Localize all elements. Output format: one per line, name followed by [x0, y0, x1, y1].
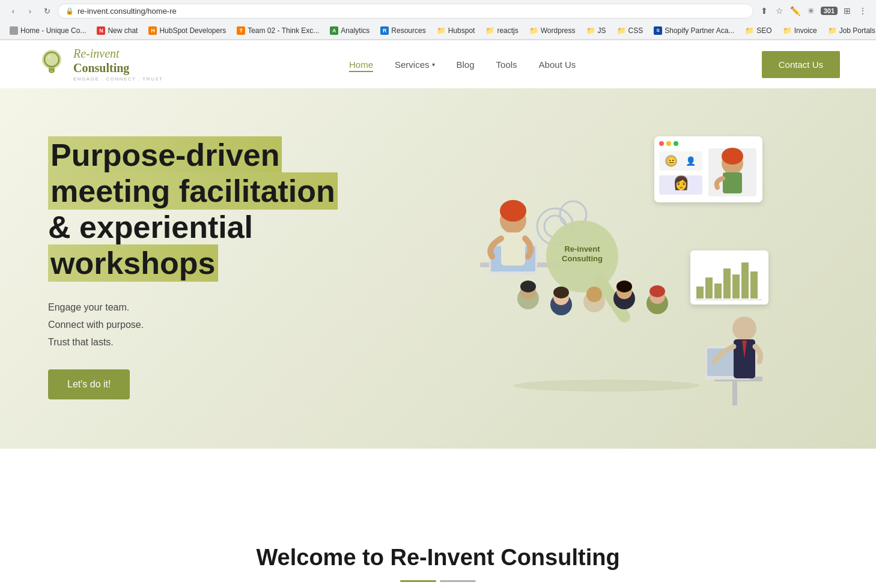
- folder-icon-reactjs: 📁: [485, 26, 494, 35]
- bookmark-label-jobportals: Job Portals: [839, 26, 875, 35]
- browser-chrome: ‹ › ↻ 🔒 re-invent.consulting/home-re ⬆ ☆…: [0, 0, 876, 40]
- hero-section: Purpose-driven meeting facilitation & ex…: [0, 88, 876, 449]
- hero-svg-illustration: Re-invent Consulting: [450, 130, 786, 407]
- bookmark-team02[interactable]: T Team 02 - Think Exc...: [232, 25, 324, 36]
- nav-link-about[interactable]: About Us: [539, 59, 576, 70]
- video-call-card: 😐 👤 👩: [654, 136, 762, 202]
- hero-title-line3: & experiential: [48, 210, 253, 244]
- bookmark-favicon-hubspot: H: [148, 26, 157, 35]
- bookmark-label-hubspot-folder: Hubspot: [448, 26, 475, 35]
- bookmark-label-resources: Resources: [391, 26, 425, 35]
- menu-dots-icon[interactable]: ⋮: [857, 5, 869, 17]
- hero-subtitle: Engage your team. Connect with purpose. …: [48, 299, 409, 351]
- hero-title: Purpose-driven meeting facilitation & ex…: [48, 138, 409, 281]
- bookmark-hubspot[interactable]: H HubSpot Developers: [144, 25, 231, 36]
- svg-point-36: [553, 286, 569, 299]
- folder-icon-hubspot: 📁: [437, 26, 446, 35]
- redirect-badge[interactable]: 301: [821, 7, 838, 15]
- bookmark-label-invoice: Invoice: [794, 26, 817, 35]
- person-laptop-right: [705, 317, 762, 405]
- svg-text:Re-invent: Re-invent: [564, 244, 600, 253]
- url-text: re-invent.consulting/home-re: [78, 7, 177, 16]
- bookmark-css[interactable]: 📁 CSS: [612, 25, 648, 36]
- svg-point-33: [520, 280, 536, 292]
- hero-title-line4: workshops: [48, 244, 218, 282]
- hero-subtitle-line3: Trust that lasts.: [48, 334, 409, 351]
- bookmark-shopify[interactable]: S Shopify Partner Aca...: [649, 25, 739, 36]
- bookmark-wordpress[interactable]: 📁 Wordpress: [525, 25, 580, 36]
- divider-line-2: [440, 580, 476, 582]
- website: Re-invent Consulting ENGAGE . CONNECT . …: [0, 40, 876, 588]
- bookmark-resources[interactable]: R Resources: [376, 25, 430, 36]
- bookmark-favicon-team02: T: [237, 26, 245, 35]
- bookmark-favicon-shopify: S: [654, 26, 662, 35]
- nav-link-home[interactable]: Home: [349, 59, 373, 70]
- svg-rect-13: [501, 232, 525, 265]
- svg-point-46: [513, 380, 699, 392]
- bookmark-favicon-resources: R: [380, 26, 389, 35]
- folder-icon-css: 📁: [617, 26, 626, 35]
- svg-text:😐: 😐: [666, 156, 677, 166]
- hero-content: Purpose-driven meeting facilitation & ex…: [48, 138, 409, 399]
- forward-button[interactable]: ›: [24, 5, 36, 17]
- bookmark-seo[interactable]: 📁 SEO: [740, 25, 776, 36]
- edit-extension-icon[interactable]: ✏️: [789, 5, 801, 17]
- contact-us-button[interactable]: Contact Us: [762, 51, 840, 78]
- folder-icon-invoice: 📁: [783, 26, 792, 35]
- folder-icon-jobportals: 📁: [828, 26, 837, 35]
- logo-consulting: Consulting: [73, 61, 163, 75]
- svg-rect-52: [732, 274, 740, 299]
- nav-link-blog[interactable]: Blog: [457, 59, 475, 70]
- logo-tagline: ENGAGE . CONNECT . TRUST: [73, 76, 163, 82]
- svg-text:👩: 👩: [673, 175, 690, 191]
- bookmark-jobportals[interactable]: 📁 Job Portals: [823, 25, 876, 36]
- folder-icon-seo: 📁: [745, 26, 754, 35]
- svg-point-4: [48, 56, 50, 58]
- url-bar[interactable]: 🔒 re-invent.consulting/home-re: [58, 4, 753, 19]
- svg-rect-57: [732, 381, 737, 405]
- bookmark-invoice[interactable]: 📁 Invoice: [778, 25, 822, 36]
- welcome-title: Welcome to Re-Invent Consulting: [36, 545, 840, 571]
- asterisk-extension-icon[interactable]: ✳: [805, 5, 817, 17]
- folder-icon-wordpress: 📁: [529, 26, 538, 35]
- back-button[interactable]: ‹: [7, 5, 19, 17]
- bookmark-label-analytics: Analytics: [341, 26, 370, 35]
- welcome-divider: [36, 580, 840, 582]
- welcome-section: Welcome to Re-Invent Consulting We desig…: [0, 497, 876, 588]
- browser-actions: ⬆ ☆ ✏️ ✳ 301 ⊞ ⋮: [758, 5, 869, 17]
- divider-line-1: [400, 580, 436, 582]
- bookmark-newchat[interactable]: N New chat: [92, 25, 142, 36]
- bookmark-label-css: CSS: [628, 26, 643, 35]
- svg-point-60: [732, 317, 756, 341]
- reload-button[interactable]: ↻: [41, 5, 53, 17]
- nav-link-services[interactable]: Services ▾: [395, 59, 435, 70]
- lock-icon: 🔒: [65, 7, 74, 15]
- bookmark-hubspot-folder[interactable]: 📁 Hubspot: [432, 25, 480, 36]
- extra-extension-icon[interactable]: ⊞: [841, 5, 853, 17]
- folder-icon-js: 📁: [586, 26, 595, 35]
- bookmark-favicon-analytics: A: [330, 26, 338, 35]
- bookmark-label-reactjs: reactjs: [497, 26, 518, 35]
- bookmarks-bar: Home - Unique Co... N New chat H HubSpot…: [0, 22, 876, 40]
- bookmark-reactjs[interactable]: 📁 reactjs: [481, 25, 523, 36]
- bookmark-star-icon[interactable]: ☆: [774, 5, 786, 17]
- services-chevron-icon: ▾: [432, 61, 435, 68]
- bookmark-label-newchat: New chat: [108, 26, 138, 35]
- bookmark-favicon-home: [10, 26, 18, 35]
- bookmark-favicon-newchat: N: [97, 26, 105, 35]
- bookmark-analytics[interactable]: A Analytics: [325, 25, 374, 36]
- svg-point-18: [659, 141, 664, 146]
- main-nav: Re-invent Consulting ENGAGE . CONNECT . …: [0, 40, 876, 88]
- logo-reinvent: Re-invent: [73, 46, 163, 61]
- nav-link-tools[interactable]: Tools: [496, 59, 517, 70]
- nav-link-services-label: Services: [395, 59, 430, 70]
- hero-cta-button[interactable]: Let's do it!: [48, 369, 130, 399]
- logo[interactable]: Re-invent Consulting ENGAGE . CONNECT . …: [36, 46, 163, 82]
- nav-links: Home Services ▾ Blog Tools About Us: [349, 59, 576, 70]
- bookmark-home[interactable]: Home - Unique Co...: [5, 25, 91, 36]
- bookmark-label-wordpress: Wordpress: [541, 26, 576, 35]
- bookmark-js[interactable]: 📁 JS: [582, 25, 611, 36]
- svg-rect-54: [750, 271, 758, 299]
- cast-icon[interactable]: ⬆: [758, 5, 770, 17]
- svg-rect-49: [705, 277, 713, 299]
